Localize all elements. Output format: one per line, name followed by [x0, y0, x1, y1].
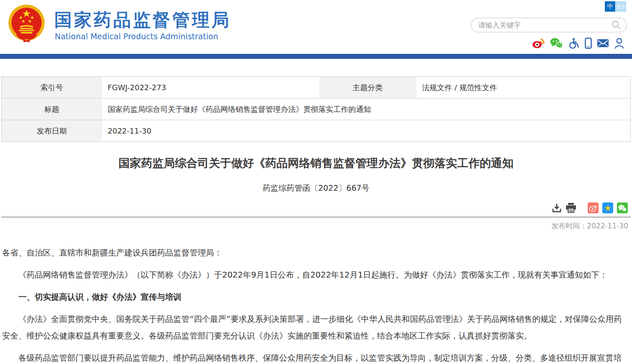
header-social-icons: [532, 38, 624, 48]
publish-time-label: 发布时间：: [551, 222, 587, 230]
paragraph-intro: 《药品网络销售监督管理办法》（以下简称《办法》）于2022年9月1日公布，自20…: [2, 267, 630, 283]
lang-zh-button[interactable]: 中: [605, 1, 615, 12]
print-icon[interactable]: [566, 203, 576, 213]
meta-value-date: 2022-11-30: [102, 120, 631, 142]
table-row: 索引号 FGWJ-2022-273 主题分类 法规文件 / 规范性文件: [2, 77, 631, 99]
accessibility-icon[interactable]: [568, 38, 579, 48]
wechat-share-icon[interactable]: [617, 202, 628, 213]
paragraph-body-2: 各级药品监管部门要以提升药品监管能力、维护药品网络销售秩序、保障公众用药安全为目…: [2, 350, 630, 364]
qzone-share-icon[interactable]: ★: [602, 202, 613, 213]
meta-label-date: 发布日期: [2, 120, 102, 142]
article-body: 各省、自治区、直辖市和新疆生产建设兵团药品监督管理局： 《药品网络销售监督管理办…: [2, 245, 630, 364]
language-switch: 中 En: [605, 1, 626, 12]
download-icon[interactable]: [552, 203, 562, 213]
national-emblem-logo: [6, 3, 47, 48]
search-icon[interactable]: [611, 20, 621, 30]
meta-value-title: 国家药监局综合司关于做好《药品网络销售监督管理办法》贯彻落实工作的通知: [102, 99, 631, 120]
site-header: 国家药品监督管理局 National Medical Products Admi…: [0, 0, 632, 54]
paragraph-body-1: 《办法》全面贯彻党中央、国务院关于药品监管“四个最严”要求及系列决策部署，进一步…: [2, 311, 630, 344]
table-row: 发布日期 2022-11-30: [2, 120, 631, 142]
article-toolbar: ★: [4, 202, 628, 213]
header-accent-bar: [0, 54, 632, 59]
paragraph-section-heading: 一、切实提高认识，做好《办法》宣传与培训: [2, 289, 630, 306]
page: 国家药品监督管理局 National Medical Products Admi…: [0, 0, 632, 364]
search-input[interactable]: [478, 21, 611, 29]
weibo-share-icon[interactable]: [588, 202, 599, 213]
document-meta-table: 索引号 FGWJ-2022-273 主题分类 法规文件 / 规范性文件 标题 国…: [1, 76, 631, 142]
page-title: 国家药监局综合司关于做好《药品网络销售监督管理办法》贯彻落实工作的通知: [0, 156, 632, 171]
meta-label-category: 主题分类: [319, 77, 416, 99]
mobile-icon[interactable]: [585, 38, 592, 48]
user-icon[interactable]: [614, 38, 624, 48]
weibo-icon[interactable]: [532, 38, 545, 48]
meta-value-category: 法规文件 / 规范性文件: [416, 77, 631, 99]
email-icon[interactable]: [597, 38, 609, 48]
table-row: 标题 国家药监局综合司关于做好《药品网络销售监督管理办法》贯彻落实工作的通知: [2, 99, 631, 120]
publish-time: 发布时间：2022-11-30: [4, 221, 628, 231]
wechat-icon[interactable]: [550, 38, 563, 48]
meta-value-index: FGWJ-2022-273: [102, 77, 319, 99]
site-title: 国家药品监督管理局: [54, 8, 231, 32]
site-subtitle-en: National Medical Products Administration: [55, 32, 218, 41]
divider: [1, 217, 631, 217]
meta-label-title: 标题: [2, 99, 102, 120]
meta-label-index: 索引号: [2, 77, 102, 99]
paragraph-salutation: 各省、自治区、直辖市和新疆生产建设兵团药品监督管理局：: [2, 245, 630, 261]
publish-time-value: 2022-11-30: [587, 222, 628, 230]
document-number: 药监综药管函〔2022〕667号: [0, 183, 632, 194]
lang-en-button[interactable]: En: [616, 1, 626, 12]
site-search: [471, 18, 627, 33]
